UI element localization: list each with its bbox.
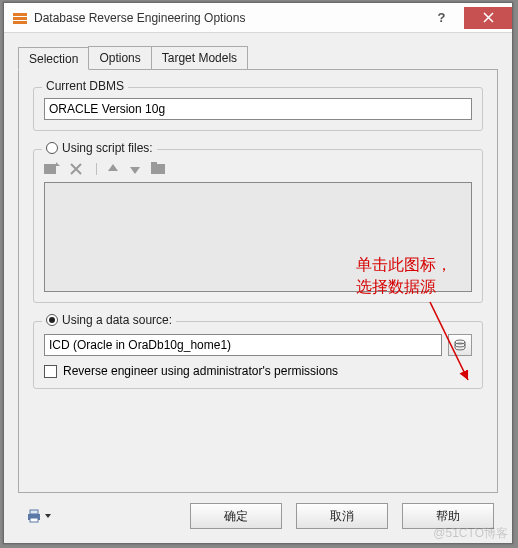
radio-icon-selected (46, 314, 58, 326)
tools-dropdown[interactable] (22, 506, 56, 526)
titlebar: Database Reverse Engineering Options ? (4, 3, 512, 33)
group-current-dbms: Current DBMS (33, 87, 483, 131)
svg-rect-5 (151, 162, 157, 166)
printer-icon (26, 508, 42, 524)
group-label-current-dbms: Current DBMS (42, 79, 128, 93)
radio-using-script-files[interactable]: Using script files: (42, 141, 157, 155)
tab-options[interactable]: Options (88, 46, 151, 69)
group-data-source: Using a data source: Reverse engineer u (33, 321, 483, 389)
window-title: Database Reverse Engineering Options (34, 11, 419, 25)
app-icon (12, 10, 28, 26)
dialog-button-row: 确定 取消 帮助 (18, 493, 498, 533)
ok-button[interactable]: 确定 (190, 503, 282, 529)
svg-rect-10 (30, 518, 38, 522)
script-files-label: Using script files: (62, 141, 153, 155)
svg-rect-9 (30, 510, 38, 514)
current-dbms-field[interactable] (44, 98, 472, 120)
script-toolbar (44, 160, 472, 180)
radio-icon (46, 142, 58, 154)
cancel-button[interactable]: 取消 (296, 503, 388, 529)
reverse-engineer-label: Reverse engineer using administrator's p… (63, 364, 338, 378)
reverse-engineer-checkbox-row[interactable]: Reverse engineer using administrator's p… (44, 364, 472, 378)
svg-rect-3 (44, 164, 56, 174)
watermark: @51CTO博客 (433, 525, 508, 542)
move-up-icon[interactable] (96, 163, 119, 175)
folder-icon[interactable] (151, 162, 167, 176)
svg-rect-1 (13, 17, 27, 20)
annotation-text: 单击此图标， 选择数据源 (356, 254, 496, 299)
checkbox-icon (44, 365, 57, 378)
tab-selection[interactable]: Selection (18, 47, 89, 70)
svg-rect-2 (13, 21, 27, 24)
chevron-down-icon (44, 512, 52, 520)
add-file-icon[interactable] (44, 162, 60, 176)
tabstrip: Selection Options Target Models (18, 46, 498, 70)
tab-target-models[interactable]: Target Models (151, 46, 248, 69)
radio-using-data-source[interactable]: Using a data source: (42, 313, 176, 327)
move-down-icon[interactable] (129, 163, 141, 175)
data-source-label: Using a data source: (62, 313, 172, 327)
remove-icon[interactable] (70, 163, 82, 175)
select-data-source-button[interactable] (448, 334, 472, 356)
svg-rect-0 (13, 13, 27, 16)
titlebar-help-button[interactable]: ? (419, 7, 464, 29)
titlebar-close-button[interactable] (464, 7, 512, 29)
data-source-field[interactable] (44, 334, 442, 356)
